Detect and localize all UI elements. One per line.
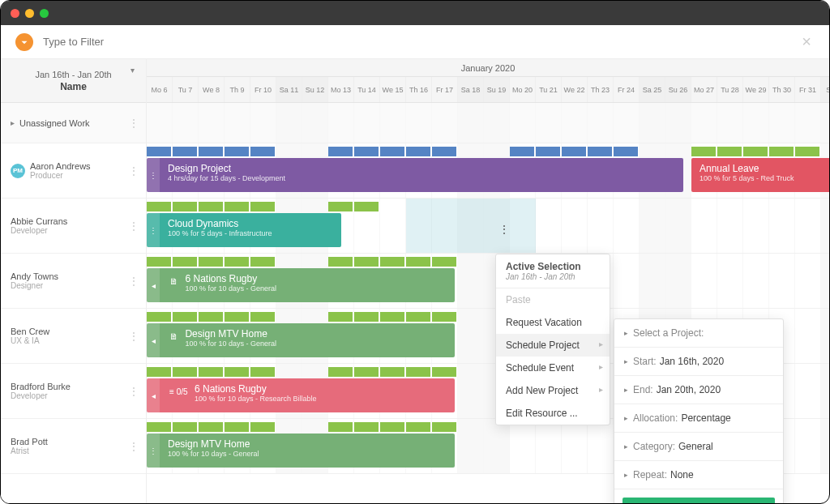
day-cell: Su 12 xyxy=(302,77,328,102)
chevron-right-icon: ▸ xyxy=(624,471,628,479)
resource-name: Brad Pott xyxy=(11,437,136,446)
timeline-row[interactable]: ⋮ ⋮ Cloud Dynamics 100 % for 5 days - In… xyxy=(147,199,829,254)
schedule-button[interactable]: ➔Schedule xyxy=(622,498,775,503)
day-cell: Th 30 xyxy=(769,77,795,102)
more-icon[interactable]: ⋮ xyxy=(128,117,139,130)
drag-handle-icon[interactable]: ⋮ xyxy=(147,213,160,247)
resource-row[interactable]: Bradford BurkeDeveloper⋮ xyxy=(1,364,146,419)
day-cell: We 22 xyxy=(562,77,588,102)
close-icon[interactable]: × xyxy=(798,29,815,54)
timeline-row-unassigned[interactable] xyxy=(147,103,829,143)
resource-role: Developer xyxy=(11,226,136,235)
utilization-strip xyxy=(147,312,456,322)
day-cell: Sa 1 xyxy=(821,77,829,102)
drag-handle-icon[interactable]: ⋮ xyxy=(147,158,160,192)
task-bar-design-mtv-b[interactable]: ⋮ Design MTV Home 100 % for 10 days - Ge… xyxy=(147,434,455,468)
panel-select-project[interactable]: ▸Select a Project: xyxy=(614,319,783,348)
day-cell: Th 23 xyxy=(588,77,614,102)
context-menu-subtitle: Jan 16th - Jan 20th xyxy=(506,272,600,281)
utilization-strip xyxy=(147,202,379,211)
more-icon[interactable]: ⋮ xyxy=(128,275,139,288)
menu-item-add-new-project[interactable]: Add New Project▸ xyxy=(496,379,610,402)
bar-title: 6 Nations Rugby xyxy=(195,383,317,395)
day-cell: Tu 14 xyxy=(354,77,380,102)
resource-name: Aaron Andrews xyxy=(30,161,136,171)
window-max-dot[interactable] xyxy=(40,9,49,18)
drag-handle-icon[interactable]: ◂ xyxy=(147,323,160,357)
day-cell: Tu 21 xyxy=(536,77,562,102)
utilization-strip xyxy=(147,257,456,267)
resource-row[interactable]: Ben CrewUX & IA⋮ xyxy=(1,309,146,364)
bar-subtitle: 100 % for 10 days - General xyxy=(185,340,276,348)
resource-row[interactable]: PMAaron AndrewsProducer⋮ xyxy=(1,143,146,199)
day-cell: Tu 28 xyxy=(717,77,743,102)
more-icon[interactable]: ⋮ xyxy=(128,385,139,398)
more-icon[interactable]: ⋮ xyxy=(128,220,139,233)
resource-row[interactable]: Andy TownsDesigner⋮ xyxy=(1,254,146,309)
task-bar-6-nations[interactable]: ◂ 🗎 6 Nations Rugby 100 % for 10 days - … xyxy=(147,268,455,302)
task-bar-6-nations-b[interactable]: ◂ ≡ 0/5 6 Nations Rugby 100 % for 10 day… xyxy=(147,378,455,412)
unassigned-label: Unassigned Work xyxy=(19,118,136,128)
name-column-label: Name xyxy=(60,81,87,92)
avatar-icon: PM xyxy=(11,164,25,178)
more-icon[interactable]: ⋮ xyxy=(128,330,139,343)
task-bar-cloud-dynamics[interactable]: ⋮ Cloud Dynamics 100 % for 5 days - Infr… xyxy=(147,213,341,247)
expand-icon[interactable]: ▸ xyxy=(11,118,15,127)
bar-title: Cloud Dynamics xyxy=(168,218,333,229)
chevron-right-icon: ▸ xyxy=(599,385,603,394)
resource-row[interactable]: Abbie CurransDeveloper⋮ xyxy=(1,199,146,254)
brand-icon xyxy=(15,33,33,51)
drag-handle-icon[interactable]: ◂ xyxy=(147,268,160,302)
filter-input[interactable] xyxy=(43,36,798,48)
checklist-count-icon: ≡ 0/5 xyxy=(169,387,188,396)
menu-item-schedule-project[interactable]: Schedule Project▸ xyxy=(496,334,610,357)
panel-repeat[interactable]: ▸Repeat:None xyxy=(614,461,783,489)
resource-role: Producer xyxy=(30,171,136,180)
unassigned-row[interactable]: ▸ Unassigned Work ⋮ xyxy=(1,103,146,143)
day-cell: Mo 6 xyxy=(147,77,173,102)
utilization-strip xyxy=(147,422,456,432)
menu-item-edit-resource[interactable]: Edit Resource ... xyxy=(496,402,610,425)
resource-role: Atrist xyxy=(11,446,136,455)
day-cell: We 15 xyxy=(380,77,406,102)
panel-allocation[interactable]: ▸Allocation:Percentage xyxy=(614,404,783,433)
bar-title: Design Project xyxy=(168,163,675,174)
sidebar-header[interactable]: ▾ Jan 16th - Jan 20th Name xyxy=(1,59,146,103)
day-cell: Sa 25 xyxy=(640,77,665,102)
bar-subtitle: 100 % for 5 days - Red Truck xyxy=(700,174,829,182)
date-range-label: Jan 16th - Jan 20th xyxy=(35,70,111,79)
panel-end-date[interactable]: ▸End:Jan 20th, 2020 xyxy=(614,376,783,404)
task-bar-design-project[interactable]: ⋮ Design Project 4 hrs/day for 15 days -… xyxy=(147,158,683,192)
task-bar-design-mtv[interactable]: ◂ 🗎 Design MTV Home 100 % for 10 days - … xyxy=(147,323,455,357)
menu-item-paste: Paste xyxy=(496,288,610,311)
panel-category[interactable]: ▸Category:General xyxy=(614,433,783,461)
window-titlebar xyxy=(1,1,829,25)
timeline-row[interactable]: ⋮ Design Project 4 hrs/day for 15 days -… xyxy=(147,143,829,199)
chevron-right-icon: ▸ xyxy=(599,362,603,371)
day-cell: Su 26 xyxy=(665,77,691,102)
selection-menu-icon[interactable]: ⋮ xyxy=(498,223,510,236)
window-min-dot[interactable] xyxy=(25,9,34,18)
day-cell: Fr 10 xyxy=(250,77,276,102)
chevron-right-icon: ▸ xyxy=(624,386,628,394)
window-close-dot[interactable] xyxy=(11,9,19,18)
day-cell: Su 19 xyxy=(484,77,510,102)
drag-handle-icon[interactable]: ◂ xyxy=(147,378,160,412)
day-cell: Th 9 xyxy=(225,77,250,102)
bar-subtitle: 100 % for 10 days - General xyxy=(185,284,276,293)
drag-handle-icon[interactable]: ⋮ xyxy=(147,434,160,468)
resource-name: Andy Towns xyxy=(11,271,136,281)
task-bar-annual-leave[interactable]: Annual Leave 100 % for 5 days - Red Truc… xyxy=(691,158,829,192)
panel-start-date[interactable]: ▸Start:Jan 16th, 2020 xyxy=(614,348,783,376)
more-icon[interactable]: ⋮ xyxy=(128,164,139,177)
day-cell: Tu 7 xyxy=(173,77,199,102)
chevron-right-icon: ▸ xyxy=(624,329,628,337)
menu-item-request-vacation[interactable]: Request Vacation xyxy=(496,311,610,334)
menu-item-schedule-event[interactable]: Schedule Event▸ xyxy=(496,357,610,379)
resource-row[interactable]: Brad PottAtrist⋮ xyxy=(1,419,146,474)
timeline-row[interactable]: ◂ 🗎 6 Nations Rugby 100 % for 10 days - … xyxy=(147,254,829,309)
context-menu-title: Active Selection xyxy=(506,261,600,272)
day-cell: Mo 13 xyxy=(328,77,354,102)
more-icon[interactable]: ⋮ xyxy=(128,440,139,453)
resource-role: Designer xyxy=(11,281,136,290)
